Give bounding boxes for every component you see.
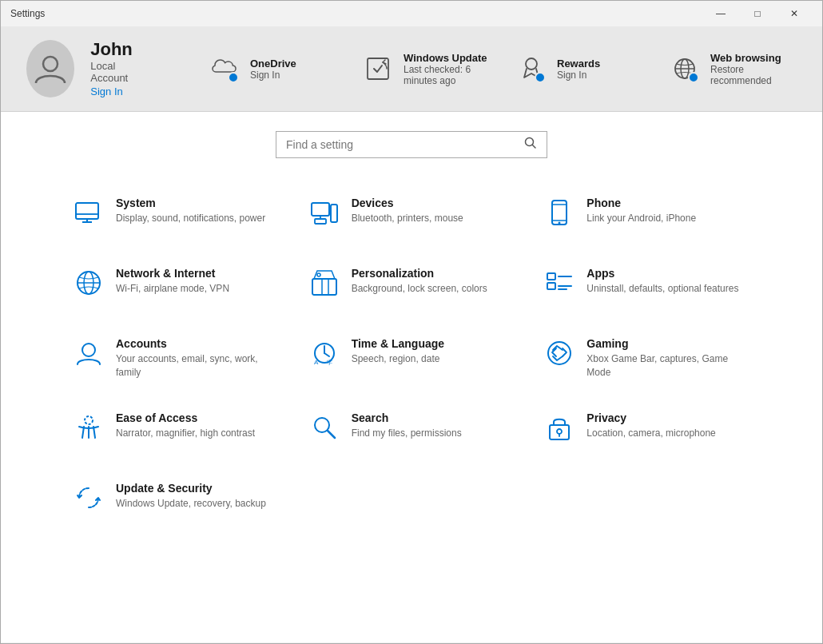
onedrive-text: OneDrive Sign In <box>250 58 296 81</box>
search-bar[interactable] <box>276 131 547 158</box>
onedrive-title: OneDrive <box>250 58 296 70</box>
onedrive-status-dot <box>228 72 239 83</box>
settings-item-update[interactable]: Update & Security Windows Update, recove… <box>65 469 288 533</box>
rewards-sub: Sign In <box>557 70 600 81</box>
profile-bar: John Local Account Sign In OneDrive Sign… <box>1 26 822 112</box>
svg-point-38 <box>548 342 571 364</box>
account-type: Local Account <box>90 60 145 84</box>
privacy-title: Privacy <box>586 411 715 424</box>
windows-update-text: Windows Update Last checked: 6 minutes a… <box>404 52 490 86</box>
close-button[interactable]: ✕ <box>776 1 813 26</box>
settings-item-network[interactable]: Network & Internet Wi-Fi, airplane mode,… <box>65 254 288 318</box>
apps-desc: Uninstall, defaults, optional features <box>586 282 738 296</box>
settings-item-personalization[interactable]: Personalization Background, lock screen,… <box>300 254 523 318</box>
svg-point-0 <box>43 57 58 71</box>
app-title: Settings <box>10 8 45 19</box>
svg-point-19 <box>559 222 561 225</box>
network-text: Network & Internet Wi-Fi, airplane mode,… <box>116 267 229 296</box>
system-icon <box>74 198 103 227</box>
svg-rect-42 <box>550 425 569 439</box>
time-title: Time & Language <box>352 337 444 350</box>
ease-text: Ease of Access Narrator, magnifier, high… <box>116 411 255 440</box>
settings-item-phone[interactable]: Phone Link your Android, iPhone <box>535 184 758 248</box>
settings-item-devices[interactable]: Devices Bluetooth, printers, mouse <box>300 184 523 248</box>
accounts-text: Accounts Your accounts, email, sync, wor… <box>116 337 278 380</box>
accounts-icon <box>74 339 103 368</box>
settings-item-privacy[interactable]: Privacy Location, camera, microphone <box>535 399 758 463</box>
time-desc: Speech, region, date <box>352 352 444 366</box>
svg-point-32 <box>82 344 95 356</box>
gaming-title: Gaming <box>586 337 749 350</box>
main-content: System Display, sound, notifications, po… <box>1 112 822 642</box>
network-desc: Wi-Fi, airplane mode, VPN <box>116 282 229 296</box>
windows-update-link[interactable]: Windows Update Last checked: 6 minutes a… <box>362 52 490 86</box>
apps-text: Apps Uninstall, defaults, optional featu… <box>586 267 738 296</box>
onedrive-link[interactable]: OneDrive Sign In <box>209 52 336 86</box>
web-browsing-title: Web browsing <box>710 52 797 64</box>
rewards-text: Rewards Sign In <box>557 58 600 81</box>
settings-item-ease[interactable]: Ease of Access Narrator, magnifier, high… <box>65 399 288 463</box>
ease-title: Ease of Access <box>116 411 255 424</box>
profile-section: John Local Account Sign In <box>26 39 145 98</box>
settings-item-apps[interactable]: Apps Uninstall, defaults, optional featu… <box>535 254 758 318</box>
rewards-icon <box>515 53 547 85</box>
svg-text:字: 字 <box>327 360 332 365</box>
svg-rect-23 <box>312 279 336 295</box>
privacy-text: Privacy Location, camera, microphone <box>586 411 715 440</box>
devices-text: Devices Bluetooth, printers, mouse <box>352 197 463 225</box>
search-input[interactable] <box>286 138 524 151</box>
apps-title: Apps <box>586 267 738 280</box>
maximize-button[interactable]: □ <box>739 1 776 26</box>
svg-rect-29 <box>547 283 555 289</box>
ease-desc: Narrator, magnifier, high contrast <box>116 427 255 440</box>
devices-icon <box>310 198 339 227</box>
windows-update-title: Windows Update <box>404 52 490 64</box>
web-browsing-text: Web browsing Restore recommended <box>710 52 797 86</box>
personalization-text: Personalization Background, lock screen,… <box>352 267 487 296</box>
avatar <box>26 40 74 97</box>
web-browsing-icon <box>669 53 701 85</box>
settings-item-system[interactable]: System Display, sound, notifications, po… <box>65 184 288 248</box>
update-desc: Windows Update, recovery, backup <box>116 497 266 511</box>
settings-item-search[interactable]: Search Find my files, permissions <box>300 399 523 463</box>
phone-desc: Link your Android, iPhone <box>586 212 696 225</box>
update-title: Update & Security <box>116 482 266 495</box>
network-icon <box>74 268 103 297</box>
rewards-link[interactable]: Rewards Sign In <box>515 52 643 86</box>
onedrive-sub: Sign In <box>250 70 296 81</box>
search-title: Search <box>352 411 462 424</box>
minimize-button[interactable]: — <box>702 1 739 26</box>
profile-links: OneDrive Sign In Windows Update Last che… <box>209 52 797 86</box>
phone-icon <box>545 198 574 227</box>
title-bar: Settings — □ ✕ <box>1 1 822 26</box>
devices-title: Devices <box>352 197 463 209</box>
svg-point-43 <box>557 429 562 434</box>
time-text: Time & Language Speech, region, date <box>352 337 444 366</box>
search-settings-icon <box>310 413 339 442</box>
system-desc: Display, sound, notifications, power <box>116 212 265 225</box>
onedrive-icon <box>209 53 241 85</box>
accounts-title: Accounts <box>116 337 278 350</box>
settings-item-time[interactable]: A 字 Time & Language Speech, region, date <box>300 324 523 392</box>
privacy-desc: Location, camera, microphone <box>586 427 715 440</box>
settings-item-gaming[interactable]: Gaming Xbox Game Bar, captures, Game Mod… <box>535 324 758 392</box>
update-icon <box>74 483 103 512</box>
svg-rect-13 <box>331 205 337 222</box>
user-name: John <box>90 39 145 60</box>
privacy-icon <box>545 413 574 442</box>
web-browsing-link[interactable]: Web browsing Restore recommended <box>669 52 797 86</box>
search-icon <box>524 137 537 153</box>
settings-grid: System Display, sound, notifications, po… <box>65 184 758 533</box>
web-browsing-sub: Restore recommended <box>710 64 797 86</box>
settings-item-accounts[interactable]: Accounts Your accounts, email, sync, wor… <box>65 324 288 392</box>
sign-in-link[interactable]: Sign In <box>90 85 122 97</box>
time-icon: A 字 <box>310 339 339 368</box>
phone-text: Phone Link your Android, iPhone <box>586 197 696 225</box>
windows-update-icon <box>362 53 394 85</box>
svg-line-35 <box>324 353 329 356</box>
svg-rect-1 <box>368 58 388 79</box>
rewards-title: Rewards <box>557 58 600 70</box>
personalization-desc: Background, lock screen, colors <box>352 282 487 296</box>
system-text: System Display, sound, notifications, po… <box>116 197 265 225</box>
search-desc: Find my files, permissions <box>352 427 462 440</box>
